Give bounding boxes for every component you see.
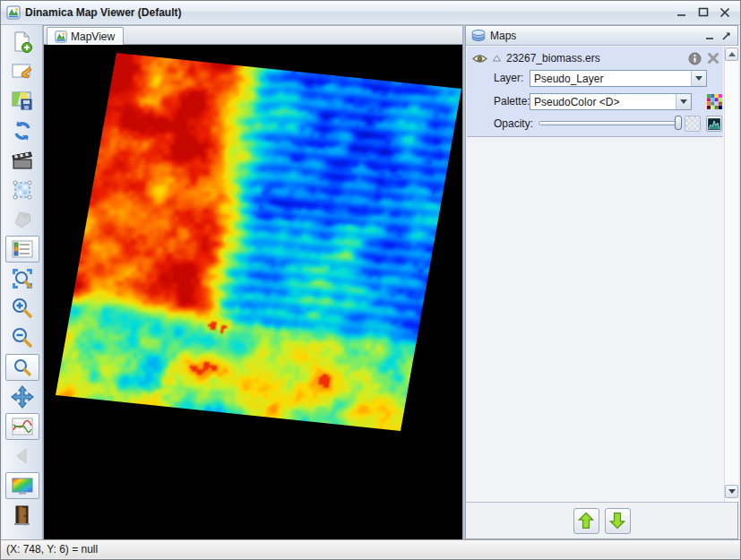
palette-editor-button[interactable]: [5, 472, 39, 499]
mapview-tabstrip: MapView: [43, 25, 463, 45]
palette-grid-icon: [707, 94, 722, 109]
maps-scrollbar[interactable]: [724, 46, 738, 502]
mapview-tab-icon: [55, 30, 67, 43]
maps-panel-title: Maps: [490, 30, 516, 42]
zoom-extent-icon: [11, 267, 34, 290]
back-button: [5, 443, 39, 470]
maps-panel-body: 23267_biomass.ers Layer: Pseudo_Layer: [466, 46, 737, 502]
polygon-tool-icon: [11, 209, 34, 230]
profile-chart-button[interactable]: [5, 413, 39, 440]
hand-select-button[interactable]: [5, 58, 39, 85]
layer-combobox[interactable]: Pseudo_Layer: [530, 70, 707, 87]
pan-icon: [11, 385, 34, 409]
panel-float-icon[interactable]: [721, 30, 732, 41]
scroll-down-icon[interactable]: [725, 485, 738, 498]
maps-panel: Maps: [465, 25, 738, 539]
maps-panel-footer: [466, 502, 737, 538]
legend-button[interactable]: [5, 236, 39, 263]
select-region-icon: [11, 178, 34, 202]
panel-minimize-icon[interactable]: [705, 31, 714, 40]
histogram-button[interactable]: [706, 116, 722, 132]
layer-combobox-arrow-icon[interactable]: [691, 71, 706, 86]
layer-visibility-icon[interactable]: [472, 54, 487, 64]
pan-button[interactable]: [5, 383, 39, 410]
layer-combobox-value: Pseudo_Layer: [530, 73, 691, 85]
status-coordinates: (X: 748, Y: 6) = null: [6, 543, 98, 556]
opacity-slider-track[interactable]: [539, 121, 682, 125]
new-map-button[interactable]: [5, 29, 39, 56]
transparency-toggle-button: [685, 116, 701, 132]
app-icon: [6, 5, 21, 20]
legend-icon: [12, 240, 33, 258]
scroll-up-icon[interactable]: [725, 47, 738, 61]
palette-label: Palette:: [494, 95, 530, 108]
save-map-button[interactable]: [5, 88, 39, 115]
palette-combobox-value: PseudoColor <D>: [530, 96, 676, 108]
layer-name: 23267_biomass.ers: [506, 52, 600, 65]
edit-palette-button[interactable]: [706, 93, 722, 109]
back-icon: [13, 446, 32, 466]
polygon-tool-button: [5, 206, 39, 233]
app-window: Dinamica Map Viewer (Default): [0, 0, 741, 560]
opacity-label: Opacity:: [494, 117, 533, 130]
tab-label: MapView: [71, 30, 115, 43]
opacity-slider[interactable]: [539, 121, 682, 125]
palette-combobox-arrow-icon[interactable]: [676, 94, 691, 109]
histogram-icon: [708, 118, 720, 130]
layer-collapse-icon[interactable]: [493, 55, 501, 62]
layer-close-icon[interactable]: [707, 52, 719, 65]
zoom-window-icon: [12, 357, 33, 378]
exit-icon: [12, 504, 33, 526]
maximize-icon[interactable]: [697, 6, 710, 19]
close-icon[interactable]: [719, 6, 731, 19]
palette-editor-icon: [12, 478, 33, 495]
save-map-icon: [11, 90, 34, 112]
layer-info-icon[interactable]: [688, 52, 702, 65]
hand-select-icon: [11, 61, 34, 82]
minimize-icon[interactable]: [676, 6, 688, 19]
palette-combobox[interactable]: PseudoColor <D>: [530, 93, 692, 110]
toolbar: [3, 25, 43, 539]
layers-icon: [471, 30, 486, 41]
map-canvas[interactable]: [44, 45, 462, 538]
move-layer-up-button[interactable]: [573, 508, 599, 534]
maps-panel-header: Maps: [466, 26, 737, 46]
animation-button[interactable]: [5, 147, 39, 174]
profile-chart-icon: [12, 418, 33, 435]
new-map-icon: [11, 30, 34, 54]
zoom-extent-button[interactable]: [5, 265, 39, 292]
zoom-out-button[interactable]: [5, 324, 39, 351]
layer-card: 23267_biomass.ers Layer: Pseudo_Layer: [467, 47, 723, 137]
exit-button[interactable]: [5, 502, 39, 529]
refresh-icon: [11, 119, 34, 142]
move-layer-down-button[interactable]: [605, 508, 631, 534]
transparency-checker-icon: [687, 118, 698, 129]
arrow-up-icon: [577, 512, 595, 530]
animation-icon: [11, 151, 34, 170]
status-bar: (X: 748, Y: 6) = null: [1, 539, 740, 558]
zoom-in-icon: [11, 297, 34, 320]
arrow-down-icon: [608, 512, 626, 530]
select-region-button[interactable]: [5, 177, 39, 203]
mapview-panel: MapView: [43, 25, 463, 539]
zoom-in-button[interactable]: [5, 295, 39, 322]
map-area: [43, 45, 463, 539]
window-title: Dinamica Map Viewer (Default): [25, 6, 182, 19]
zoom-out-icon: [11, 326, 34, 349]
title-bar: Dinamica Map Viewer (Default): [1, 1, 740, 25]
layer-label: Layer:: [494, 72, 523, 84]
refresh-button[interactable]: [5, 117, 39, 144]
zoom-window-button[interactable]: [5, 354, 39, 381]
opacity-slider-handle[interactable]: [675, 116, 682, 130]
tab-mapview[interactable]: MapView: [47, 27, 124, 46]
